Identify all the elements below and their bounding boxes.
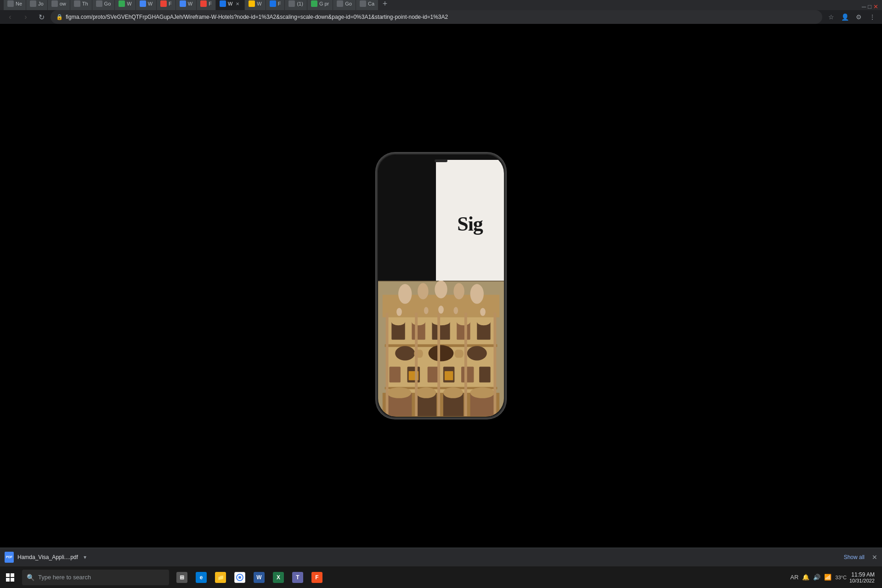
- taskbar-apps: ⊞ e 📁 W X T F: [173, 568, 326, 587]
- content-area: Sig: [0, 24, 882, 548]
- tab-active[interactable]: W ✕: [216, 0, 244, 10]
- tab-label: W: [257, 1, 261, 6]
- tab-favicon: [30, 0, 36, 7]
- security-lock-icon: 🔒: [56, 14, 63, 20]
- tab-label: Go: [345, 1, 352, 6]
- tab-close-icon[interactable]: ✕: [234, 0, 241, 7]
- tab-15[interactable]: G pr: [307, 0, 333, 10]
- taskbar: 🔍 Type here to search ⊞ e 📁 W X T F: [0, 566, 882, 588]
- tab-label: Jo: [38, 1, 44, 6]
- volume-icon[interactable]: 🔊: [813, 574, 820, 581]
- tab-label: F: [169, 1, 172, 6]
- svg-point-15: [412, 318, 425, 325]
- bookmark-icon[interactable]: ☆: [825, 11, 837, 23]
- explorer-icon: 📁: [215, 572, 226, 583]
- taskbar-app-edge[interactable]: e: [192, 568, 210, 587]
- tab-2[interactable]: Jo: [26, 0, 47, 10]
- tab-8[interactable]: F: [157, 0, 175, 10]
- tab-label: W: [188, 1, 192, 6]
- screen-top-area: Sig: [378, 155, 504, 291]
- taskbar-right: AR 🔔 🔊 📶 33°C 11:59 AM 10/31/2022: [790, 571, 882, 583]
- tab-favicon: [220, 0, 226, 7]
- datetime-display[interactable]: 11:59 AM 10/31/2022: [849, 571, 875, 583]
- taskbar-search[interactable]: 🔍 Type here to search: [22, 570, 169, 585]
- svg-rect-32: [445, 371, 453, 380]
- svg-point-42: [470, 387, 495, 398]
- tab-6[interactable]: W: [115, 0, 135, 10]
- extensions-icon[interactable]: ⚙: [853, 11, 865, 23]
- download-close-icon[interactable]: ✕: [872, 554, 877, 561]
- building-illustration: [378, 281, 504, 417]
- svg-point-48: [396, 308, 402, 316]
- word-icon: W: [254, 572, 265, 583]
- svg-point-21: [429, 345, 454, 361]
- notification-icon[interactable]: 🔔: [802, 574, 809, 581]
- tab-label: ow: [60, 1, 66, 6]
- address-bar[interactable]: 🔒 figma.com/proto/SVeGVEhQTFrpGHAGupAJeh…: [51, 10, 822, 24]
- phone-mockup: Sig: [376, 153, 506, 419]
- tab-7[interactable]: W: [136, 0, 156, 10]
- restore-icon[interactable]: □: [868, 3, 871, 10]
- download-bar: PDF Hamda_Visa_Appli....pdf ▾ Show all ✕: [0, 548, 882, 566]
- svg-point-14: [391, 318, 405, 325]
- chrome-icon: [234, 572, 245, 583]
- tab-favicon: [288, 0, 295, 7]
- tab-label: Go: [104, 1, 111, 6]
- tab-9[interactable]: W: [176, 0, 196, 10]
- taskbar-app-figma[interactable]: F: [308, 568, 326, 587]
- figma-icon: F: [311, 572, 322, 583]
- tab-17[interactable]: Ca: [356, 0, 378, 10]
- tab-favicon: [119, 0, 125, 7]
- svg-point-20: [395, 346, 415, 360]
- phone-notch: [435, 159, 447, 162]
- tab-3[interactable]: ow: [48, 0, 70, 10]
- tab-label: Th: [82, 1, 88, 6]
- language-tray-icon[interactable]: AR: [790, 574, 798, 581]
- taskbar-app-taskview[interactable]: ⊞: [173, 568, 191, 587]
- profile-icon[interactable]: 👤: [839, 11, 851, 23]
- tab-5[interactable]: Go: [92, 0, 115, 10]
- svg-point-16: [432, 318, 450, 325]
- reload-button[interactable]: ↻: [35, 11, 48, 23]
- new-tab-button[interactable]: +: [379, 0, 391, 10]
- forward-button[interactable]: ›: [19, 11, 32, 23]
- tab-16[interactable]: Go: [333, 0, 356, 10]
- show-all-button[interactable]: Show all: [844, 554, 865, 560]
- sig-card: Sig: [436, 160, 504, 288]
- tab-label: F: [278, 1, 281, 6]
- tab-14[interactable]: (1): [285, 0, 306, 10]
- taskbar-app-excel[interactable]: X: [269, 568, 288, 587]
- tab-10[interactable]: F: [197, 0, 215, 10]
- phone-screen: Sig: [378, 155, 504, 417]
- network-icon[interactable]: 📶: [824, 574, 831, 581]
- svg-point-18: [477, 318, 490, 325]
- tab-favicon: [200, 0, 207, 7]
- start-button[interactable]: [0, 566, 20, 588]
- taskbar-app-explorer[interactable]: 📁: [211, 568, 230, 587]
- tab-4[interactable]: Th: [70, 0, 92, 10]
- search-icon: 🔍: [27, 574, 34, 581]
- tab-favicon: [180, 0, 186, 7]
- taskbar-app-word[interactable]: W: [250, 568, 268, 587]
- back-button[interactable]: ‹: [4, 11, 17, 23]
- taskbar-app-chrome[interactable]: [231, 568, 249, 587]
- svg-point-6: [453, 283, 464, 299]
- svg-point-4: [418, 283, 428, 299]
- close-icon[interactable]: ✕: [873, 3, 878, 10]
- tab-1[interactable]: Ne: [4, 0, 26, 10]
- tab-label: (1): [297, 1, 303, 6]
- pdf-file-icon: PDF: [5, 552, 14, 563]
- address-text: figma.com/proto/SVeGVEhQTFrpGHAGupAJeh/W…: [66, 14, 817, 20]
- tab-13[interactable]: F: [266, 0, 285, 10]
- svg-point-51: [453, 307, 458, 314]
- menu-icon[interactable]: ⋮: [866, 11, 878, 23]
- taskbar-app-teams[interactable]: T: [288, 568, 307, 587]
- system-tray: AR 🔔 🔊 📶 33°C: [790, 574, 847, 581]
- download-expand-icon[interactable]: ▾: [84, 554, 86, 560]
- teams-icon: T: [292, 572, 303, 583]
- task-view-icon: ⊞: [176, 572, 187, 583]
- tab-favicon: [74, 0, 80, 7]
- minimize-icon[interactable]: ─: [862, 3, 866, 10]
- tab-12[interactable]: W: [245, 0, 265, 10]
- svg-point-7: [470, 284, 484, 304]
